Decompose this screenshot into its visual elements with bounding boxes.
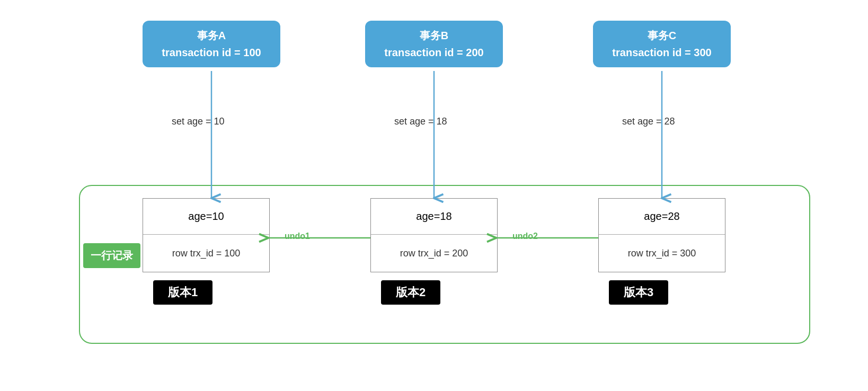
version3-age: age=28	[599, 199, 725, 235]
transaction-b-title: 事务B	[376, 27, 492, 44]
set-age-a: set age = 10	[172, 116, 225, 127]
diagram: 事务A transaction id = 100 事务B transaction…	[37, 10, 831, 381]
set-age-c: set age = 28	[622, 116, 675, 127]
version-box-2: age=18 row trx_id = 200	[370, 198, 498, 272]
version-label-3: 版本3	[609, 280, 668, 305]
version1-age: age=10	[143, 199, 269, 235]
transaction-b-subtitle: transaction id = 200	[376, 44, 492, 61]
transaction-a: 事务A transaction id = 100	[143, 21, 280, 67]
transaction-b: 事务B transaction id = 200	[365, 21, 503, 67]
version2-trx: row trx_id = 200	[371, 235, 497, 272]
transaction-c-subtitle: transaction id = 300	[604, 44, 720, 61]
undo2-label: undo2	[512, 232, 538, 241]
version1-trx: row trx_id = 100	[143, 235, 269, 272]
transaction-c: 事务C transaction id = 300	[593, 21, 731, 67]
version-box-1: age=10 row trx_id = 100	[143, 198, 270, 272]
transaction-a-subtitle: transaction id = 100	[153, 44, 270, 61]
version-box-3: age=28 row trx_id = 300	[598, 198, 725, 272]
row-label: 一行记录	[83, 243, 140, 268]
transaction-c-title: 事务C	[604, 27, 720, 44]
version-label-1: 版本1	[153, 280, 212, 305]
version2-age: age=18	[371, 199, 497, 235]
transaction-a-title: 事务A	[153, 27, 270, 44]
version-label-2: 版本2	[381, 280, 440, 305]
version3-trx: row trx_id = 300	[599, 235, 725, 272]
undo1-label: undo1	[285, 232, 310, 241]
set-age-b: set age = 18	[394, 116, 447, 127]
